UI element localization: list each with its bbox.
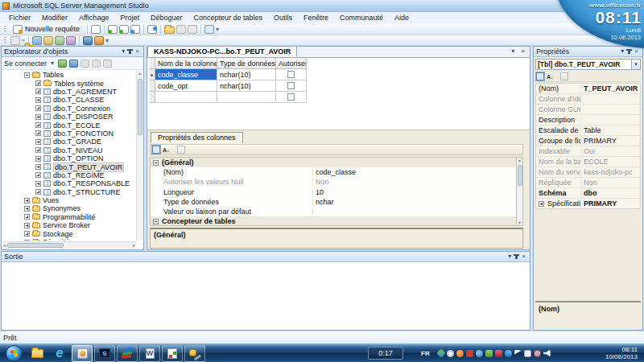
close-icon[interactable]: ×	[134, 47, 141, 56]
window-menu-icon[interactable]: ▾	[506, 253, 513, 261]
tree-node-t-classe[interactable]: dbo.T_CLASSE	[2, 96, 136, 104]
collapse-icon[interactable]	[153, 160, 159, 166]
pin-icon[interactable]	[515, 254, 518, 259]
open-database-icon[interactable]	[108, 25, 118, 34]
close-document-icon[interactable]: ×	[519, 47, 526, 56]
volume-icon[interactable]	[543, 350, 551, 357]
menu-affichage[interactable]: Affichage	[73, 13, 114, 23]
alphabetical-icon[interactable]: A↓	[163, 147, 170, 153]
property-row[interactable]: Nom de la base dECOLE	[536, 157, 640, 167]
scroll-right-icon[interactable]: ▸	[133, 243, 135, 248]
expand-icon[interactable]	[35, 97, 41, 103]
cell-column-name[interactable]	[155, 92, 217, 103]
toolbar-grip[interactable]	[4, 26, 6, 33]
menu-projet[interactable]: Projet	[114, 13, 145, 23]
property-row[interactable]: Schémadbo	[536, 188, 640, 199]
property-value[interactable]: PRIMARY	[581, 200, 640, 208]
tree-node-tables[interactable]: Tables	[2, 71, 136, 79]
menu-fichier[interactable]: Fichier	[3, 13, 36, 23]
save-icon[interactable]	[176, 25, 186, 34]
property-value[interactable]: dbo	[581, 189, 640, 197]
connect-server-icon[interactable]	[58, 60, 67, 68]
timer-widget[interactable]: 0:17	[368, 347, 403, 360]
toolbar-overflow-icon[interactable]: ▾	[216, 26, 219, 33]
column-properties-scrollbar[interactable]: ▴ ▾	[516, 157, 523, 226]
property-row[interactable]: IndexableOui	[536, 146, 640, 157]
menu-fenetre[interactable]: Fenêtre	[298, 13, 334, 23]
fulltext-index-icon[interactable]	[55, 36, 64, 45]
generate-script-icon[interactable]	[10, 36, 20, 45]
explorer-taskbar-icon[interactable]	[27, 345, 47, 362]
relationships-icon[interactable]	[32, 36, 42, 45]
scroll-left-icon[interactable]: ◂	[3, 243, 6, 248]
property-section[interactable]: Concepteur de tables	[151, 216, 517, 226]
property-row[interactable]: Longueur10	[151, 187, 517, 197]
collapse-icon[interactable]	[24, 72, 30, 78]
tree-node-t-responsable[interactable]: dbo.T_RESPONSABLE	[2, 179, 136, 187]
property-row[interactable]: Spécification d'esPRIMARY	[536, 199, 640, 209]
property-row[interactable]: Nom du serveurkass-ndjoko-pc	[536, 167, 640, 178]
cell-column-name[interactable]: code_classe	[155, 69, 217, 80]
tree-node-t-agrement[interactable]: dbo.T_AGREMENT	[2, 88, 136, 96]
expand-icon[interactable]	[24, 206, 30, 212]
column-properties-tab[interactable]: Propriétés des colonnes	[151, 132, 243, 143]
pin-icon[interactable]	[628, 49, 630, 54]
menu-outils[interactable]: Outils	[268, 13, 298, 23]
property-row[interactable]: Autoriser les valeurs NullNon	[151, 177, 517, 187]
xml-indexes-icon[interactable]	[66, 36, 76, 45]
filter-icon[interactable]	[92, 60, 101, 68]
publisher-taskbar-icon[interactable]	[162, 345, 183, 362]
expand-icon[interactable]	[35, 139, 41, 145]
tray-icon[interactable]	[466, 350, 473, 357]
property-row[interactable]: Type de donnéesnchar	[151, 197, 517, 207]
allow-nulls-checkbox[interactable]	[287, 82, 295, 89]
toolbar-overflow-icon[interactable]: ▾	[105, 37, 109, 44]
expand-icon[interactable]	[35, 189, 41, 195]
property-row[interactable]: Colonne d'identit	[536, 94, 640, 105]
expand-icon[interactable]	[35, 88, 41, 94]
property-value[interactable]: 10	[313, 188, 517, 196]
property-value[interactable]: PRIMARY	[581, 137, 640, 145]
menu-aide[interactable]: Aide	[389, 13, 415, 23]
app-taskbar-icon[interactable]: S	[94, 345, 115, 362]
connect-dropdown-icon[interactable]: ▾	[49, 60, 56, 68]
property-value[interactable]: Table	[581, 126, 640, 134]
property-row[interactable]: (Nom)code_classe	[151, 167, 517, 177]
scroll-up-icon[interactable]: ▴	[137, 71, 142, 76]
tree-node-t-connexion[interactable]: dbo.T_Connexion	[2, 105, 136, 113]
property-row[interactable]: (Nom)T_PEUT_AVOIR	[536, 84, 640, 94]
expand-icon[interactable]	[35, 181, 41, 187]
property-row[interactable]: Valeur ou liaison par défaut	[151, 207, 517, 216]
property-row[interactable]: Description	[536, 115, 640, 125]
cell-data-type[interactable]: nchar(10)	[217, 80, 276, 92]
expand-icon[interactable]	[35, 122, 41, 128]
activity-monitor-icon[interactable]	[204, 25, 214, 34]
cell-column-name[interactable]: code_opt	[155, 80, 217, 92]
print-icon[interactable]	[188, 25, 197, 34]
word-taskbar-icon[interactable]: W	[139, 345, 160, 362]
stop-icon[interactable]	[80, 60, 89, 68]
dictionary-taskbar-icon[interactable]	[117, 345, 138, 362]
mute-icon[interactable]	[534, 350, 541, 357]
expand-icon[interactable]	[35, 147, 41, 153]
new-query-button[interactable]: Nouvelle requête	[10, 24, 84, 35]
expand-icon[interactable]	[35, 164, 41, 170]
tree-node-t-grade[interactable]: dbo.T_GRADE	[2, 138, 136, 146]
close-icon[interactable]: ×	[633, 47, 640, 56]
tray-icon[interactable]	[505, 350, 512, 357]
scrollbar-thumb[interactable]	[7, 243, 64, 248]
tray-icon[interactable]	[485, 350, 493, 357]
tree-node-t-structure[interactable]: dbo.T_STRUCTURE	[2, 187, 136, 195]
check-constraints-icon[interactable]	[83, 36, 93, 45]
tree-node-tables-systeme[interactable]: Tables système	[2, 79, 136, 87]
column-header-allow-nulls[interactable]: Autoriser l...	[276, 58, 307, 69]
property-value[interactable]: T_PEUT_AVOIR	[581, 84, 640, 93]
menu-modifier[interactable]: Modifier	[36, 13, 73, 23]
expand-icon[interactable]	[35, 80, 41, 86]
tree-node-t-peut-avoir[interactable]: dbo.T_PEUT_AVOIR	[2, 162, 136, 171]
expand-icon[interactable]	[24, 240, 30, 241]
pin-icon[interactable]	[129, 49, 131, 54]
object-selector-combo[interactable]: [Tbl] dbo.T_PEUT_AVOIR ▾	[535, 59, 641, 70]
alphabetical-icon[interactable]: A↓	[547, 74, 554, 80]
media-player-taskbar-icon[interactable]	[72, 345, 93, 362]
